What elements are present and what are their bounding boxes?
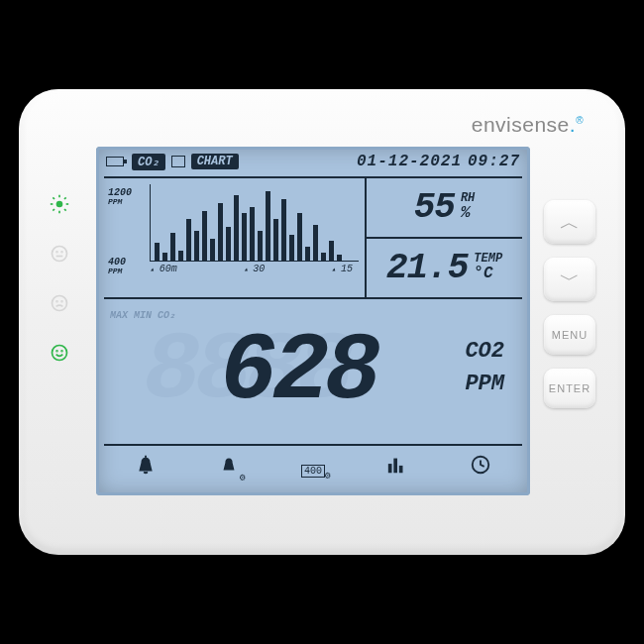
- svg-point-11: [61, 252, 62, 253]
- svg-rect-21: [399, 466, 403, 473]
- svg-line-5: [53, 197, 54, 199]
- chart-y-top: 1200PPM: [108, 188, 132, 206]
- x-tick: 60m: [150, 264, 177, 274]
- screen-row-1: 1200PPM 400PPM 60m 30 15 55 RH% 21.5 TEM…: [104, 176, 522, 297]
- screen-header: CO₂ CHART 01-12-2021 09:27: [96, 147, 530, 170]
- bar: [329, 241, 334, 261]
- svg-point-15: [61, 301, 62, 302]
- bar: [226, 227, 231, 261]
- co2-main-reading: MAX MIN CO₂ 8888 628 CO2 PPM: [104, 297, 522, 444]
- x-tick: 15: [331, 264, 353, 274]
- co2-mode-pill: CO₂: [132, 154, 165, 170]
- bar: [266, 191, 270, 261]
- svg-point-10: [56, 252, 57, 253]
- svg-point-14: [56, 301, 57, 302]
- co2-value: 628: [220, 318, 376, 426]
- svg-line-8: [64, 197, 66, 199]
- screen-footer-icons: ⚙ 400⚙: [104, 444, 522, 489]
- bar: [178, 251, 183, 261]
- humidity-reading: 55 RH%: [367, 178, 522, 239]
- svg-point-9: [53, 247, 67, 262]
- bar: [313, 225, 318, 261]
- menu-button[interactable]: MENU: [544, 315, 595, 355]
- rh-unit: RH%: [461, 192, 475, 223]
- temperature-reading: 21.5 TEMP°C: [367, 239, 522, 297]
- face-sad-icon: [49, 292, 70, 314]
- brand-name: envisense: [472, 113, 570, 136]
- clock-icon: [470, 454, 491, 482]
- bar: [305, 247, 310, 261]
- chart-x-axis: 60m 30 15: [150, 262, 359, 274]
- time-display: 09:27: [468, 153, 520, 170]
- battery-icon: [106, 157, 124, 166]
- bar: [186, 219, 191, 261]
- lcd-screen: CO₂ CHART 01-12-2021 09:27 1200PPM 400PP…: [96, 147, 530, 495]
- bar: [170, 233, 175, 261]
- face-neutral-icon: [49, 243, 70, 265]
- rh-value: 55: [414, 187, 455, 228]
- brand-logo: envisense.®: [472, 113, 584, 137]
- bar: [210, 239, 215, 261]
- bar: [337, 255, 342, 261]
- svg-point-16: [53, 346, 67, 361]
- bar: [297, 213, 302, 261]
- bar: [155, 243, 160, 261]
- chart-icon: [386, 456, 408, 480]
- chart-y-bot: 400PPM: [108, 258, 126, 275]
- face-happy-icon: [49, 342, 70, 364]
- enter-button[interactable]: ENTER: [544, 369, 595, 408]
- bar: [258, 231, 263, 261]
- svg-line-6: [64, 209, 66, 211]
- date-display: 01-12-2021: [357, 153, 462, 170]
- bar: [202, 211, 207, 261]
- svg-point-18: [61, 351, 62, 352]
- alarm-icon: [135, 454, 157, 482]
- device-body: envisense.® CO₂ CHART 01-12-2021 09:27 1…: [19, 89, 625, 555]
- sun-icon: [49, 193, 70, 215]
- chevron-down-icon: ﹀: [560, 267, 580, 293]
- bar: [250, 207, 255, 261]
- svg-point-13: [53, 296, 67, 311]
- co2-unit-label: CO2 PPM: [465, 335, 504, 400]
- svg-line-7: [53, 209, 54, 211]
- svg-point-0: [56, 201, 63, 208]
- bar: [321, 253, 326, 261]
- threshold-icon: 400⚙: [301, 457, 325, 480]
- alarm-settings-icon: ⚙: [218, 454, 240, 482]
- bar: [218, 203, 223, 261]
- side-readings: 55 RH% 21.5 TEMP°C: [367, 178, 522, 297]
- svg-rect-19: [388, 464, 392, 473]
- chart-bars: [150, 184, 359, 262]
- brand-reg: ®: [576, 115, 584, 126]
- chevron-up-icon: ︿: [560, 209, 580, 236]
- bar: [289, 235, 294, 261]
- bar: [273, 219, 278, 261]
- button-column: ︿ ﹀ MENU ENTER: [544, 200, 595, 408]
- down-button[interactable]: ﹀: [544, 258, 595, 301]
- x-tick: 30: [244, 264, 266, 274]
- chart-mode-pill: CHART: [191, 154, 239, 169]
- temp-value: 21.5: [386, 248, 468, 288]
- history-chart: 1200PPM 400PPM 60m 30 15: [104, 178, 367, 297]
- status-indicator-column: [49, 193, 70, 364]
- temp-unit: TEMP°C: [474, 253, 502, 283]
- bar: [194, 231, 199, 261]
- header-box-icon: [171, 156, 185, 167]
- bar: [162, 253, 167, 261]
- bar: [234, 195, 239, 261]
- bar: [281, 199, 286, 261]
- up-button[interactable]: ︿: [544, 200, 595, 244]
- bar: [242, 213, 247, 261]
- svg-point-17: [56, 351, 57, 352]
- svg-rect-20: [393, 459, 397, 474]
